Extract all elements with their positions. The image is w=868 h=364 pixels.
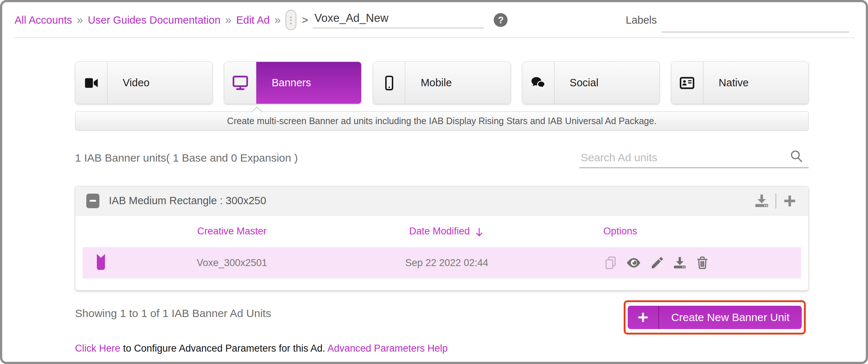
search-icon[interactable] xyxy=(789,149,804,165)
ad-type-tabs: Video Banners Mobile Social xyxy=(75,62,809,104)
tab-native[interactable]: Native xyxy=(671,62,809,104)
tab-video-label: Video xyxy=(107,62,212,104)
tab-mobile[interactable]: Mobile xyxy=(373,62,510,104)
column-date-modified-label: Date Modified xyxy=(409,226,470,237)
search-input[interactable] xyxy=(579,151,783,164)
advanced-parameters-line: Click Here to Configure Advanced Paramet… xyxy=(75,343,448,354)
contact-card-icon xyxy=(671,62,703,104)
app-window: All Accounts » User Guides Documentation… xyxy=(0,0,868,364)
create-new-banner-unit-label: Create New Banner Unit xyxy=(659,311,802,324)
tab-social-label: Social xyxy=(555,62,659,104)
column-options: Options xyxy=(603,226,801,237)
sort-descending-arrow-icon[interactable] xyxy=(474,227,484,241)
panel-title: IAB Medium Rectangle : 300x250 xyxy=(109,195,266,207)
duplicate-icon[interactable] xyxy=(603,255,618,270)
creative-master-name: Voxe_300x2501 xyxy=(119,257,345,269)
chat-bubbles-icon xyxy=(522,62,555,104)
edit-pencil-icon[interactable] xyxy=(650,255,664,270)
monitor-icon xyxy=(224,62,256,104)
showing-summary: Showing 1 to 1 of 1 IAB Banner Ad Units xyxy=(75,307,271,320)
tab-native-label: Native xyxy=(703,62,808,104)
column-creative-master: Creative Master xyxy=(119,226,345,237)
banner-description-bar: Create multi-screen Banner ad units incl… xyxy=(75,111,809,131)
banner-units-panel: IAB Medium Rectangle : 300x250 Creative … xyxy=(75,186,809,290)
tab-video[interactable]: Video xyxy=(75,62,213,104)
bookmark-icon xyxy=(95,254,107,272)
tab-banners[interactable]: Banners xyxy=(224,62,362,104)
plus-icon xyxy=(628,306,659,329)
advanced-parameters-help-link[interactable]: Advanced Parameters Help xyxy=(327,343,447,354)
collapse-panel-icon[interactable] xyxy=(86,194,99,208)
video-camera-icon xyxy=(75,62,107,104)
preview-eye-icon[interactable] xyxy=(626,255,642,270)
smartphone-icon xyxy=(373,62,405,104)
download-icon[interactable] xyxy=(672,255,687,270)
tab-social[interactable]: Social xyxy=(522,62,660,104)
advanced-parameters-text: to Configure Advanced Parameters for thi… xyxy=(121,343,328,354)
panel-header: IAB Medium Rectangle : 300x250 xyxy=(75,186,808,215)
annotation-highlight-box: Create New Banner Unit xyxy=(624,300,806,335)
table-row[interactable]: Voxe_300x2501 Sep 22 2022 02:44 xyxy=(83,247,801,278)
panel-actions-divider xyxy=(776,193,776,209)
column-date-modified[interactable]: Date Modified xyxy=(345,225,549,238)
breadcrumb-all-accounts[interactable]: All Accounts xyxy=(15,14,72,26)
click-here-link[interactable]: Click Here xyxy=(75,343,121,354)
row-options xyxy=(603,255,801,270)
date-modified-value: Sep 22 2022 02:44 xyxy=(345,257,549,269)
delete-trash-icon[interactable] xyxy=(695,255,710,270)
search-ad-units-field xyxy=(579,148,809,168)
tab-mobile-label: Mobile xyxy=(405,62,510,104)
create-new-banner-unit-button[interactable]: Create New Banner Unit xyxy=(628,306,802,329)
add-unit-icon[interactable] xyxy=(782,193,797,209)
tab-banners-label: Banners xyxy=(256,62,361,104)
units-summary-heading: 1 IAB Banner units( 1 Base and 0 Expansi… xyxy=(75,152,298,164)
table-header-row: Creative Master Date Modified Options xyxy=(83,215,801,247)
download-all-icon[interactable] xyxy=(754,193,770,209)
